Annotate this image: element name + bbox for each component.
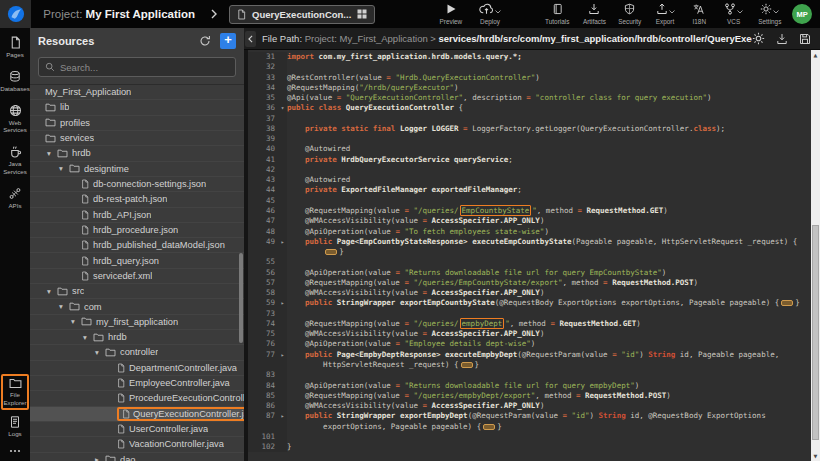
vcs-button[interactable]: VCS [716, 3, 751, 25]
app-logo[interactable] [0, 0, 31, 28]
book-icon [552, 3, 563, 15]
tree-item-label: profiles [60, 118, 90, 128]
search-input[interactable]: Search... [38, 57, 236, 77]
file-icon [81, 225, 89, 235]
globe-icon [9, 104, 22, 117]
grid-icon[interactable] [357, 9, 367, 19]
security-button[interactable]: Security [612, 3, 647, 25]
tree-item[interactable]: My_First_Application [30, 85, 244, 100]
tree-item[interactable]: ProcedureExecutionController.java [30, 391, 244, 406]
code-line: 35@Api(value = "QueryExecutionController… [248, 93, 811, 103]
line-number: 57 [248, 278, 278, 288]
file-icon [81, 194, 89, 204]
artifacts-button[interactable]: Artifacts [577, 3, 612, 25]
sidebar-item-file-explorer[interactable]: File Explorer [1, 374, 29, 411]
collapse-panel-button[interactable] [245, 31, 256, 47]
tree-item[interactable]: hrdb_published_dataModel.json [30, 238, 244, 253]
editor-scrollbar[interactable]: ▲ ▼ [811, 50, 820, 461]
tree-item-label: db-connection-settings.json [93, 179, 206, 189]
fold-toggle-icon[interactable]: ▾ [278, 103, 287, 113]
chevron-down-icon[interactable]: ▾ [59, 164, 69, 173]
tree-item[interactable]: ▾designtime [30, 162, 244, 177]
tree-item[interactable]: services [30, 131, 244, 146]
editor-settings-gear-icon[interactable] [752, 32, 765, 45]
folded-code-icon[interactable] [461, 362, 473, 368]
tree-item[interactable]: ▾com [30, 299, 244, 314]
tree-item[interactable]: UserController.java [30, 422, 244, 437]
user-avatar[interactable]: MP [792, 4, 812, 24]
chevron-down-icon[interactable]: ▾ [71, 317, 81, 326]
download-file-icon[interactable] [776, 33, 788, 45]
export-button[interactable]: Export [647, 3, 682, 25]
tree-item[interactable]: VacationController.java [30, 437, 244, 452]
save-file-icon[interactable] [799, 33, 811, 45]
tree-item[interactable]: ▾hrdb [30, 330, 244, 345]
fold-spacer [278, 247, 287, 257]
tree-item[interactable]: ▾hrdb [30, 146, 244, 161]
cloud-upload-icon [479, 3, 494, 15]
sidebar-item-pages[interactable]: Pages [1, 36, 29, 59]
add-resource-button[interactable]: + [220, 33, 236, 49]
fold-toggle-icon[interactable]: ▸ [278, 298, 287, 308]
scroll-up-arrow[interactable]: ▲ [811, 50, 820, 60]
chevron-down-icon[interactable]: ▾ [83, 333, 93, 342]
panel-divider[interactable] [244, 28, 248, 461]
tree-item[interactable]: hrdb_API.json [30, 208, 244, 223]
sidebar-item-web-services[interactable]: Web Services [1, 104, 29, 135]
folded-code-icon[interactable] [781, 300, 793, 306]
fold-toggle-icon[interactable]: ▸ [278, 350, 287, 360]
fold-spacer [278, 422, 287, 432]
fold-toggle-icon[interactable]: ▸ [278, 237, 287, 247]
folded-code-icon[interactable] [483, 424, 495, 430]
tree-item[interactable]: db-connection-settings.json [30, 177, 244, 192]
open-file-tab[interactable]: QueryExecutionCon... [229, 5, 375, 24]
fold-spacer [278, 391, 287, 401]
code-line: 37 [248, 114, 811, 124]
scroll-down-arrow[interactable]: ▼ [811, 451, 820, 461]
tree-item-label: DepartmentController.java [129, 363, 237, 373]
line-number: 42 [248, 165, 278, 175]
chevron-down-icon[interactable]: ▾ [59, 302, 69, 311]
sidebar-item-databases[interactable]: Databases [1, 70, 29, 93]
folded-code-icon[interactable] [325, 249, 337, 255]
sidebar-item-java-services[interactable]: Java Services [1, 145, 29, 176]
tree-item[interactable]: db-rest-patch.json [30, 192, 244, 207]
chevron-down-icon[interactable]: ▾ [47, 287, 57, 296]
tree-item[interactable]: EmployeeController.java [30, 376, 244, 391]
chevron-down-icon[interactable]: ▾ [47, 149, 57, 158]
sidebar-item-apis[interactable]: APIs [1, 187, 29, 210]
line-number: 47 [248, 216, 278, 226]
deploy-button[interactable]: Deploy [470, 3, 509, 25]
tree-item[interactable]: QueryExecutionController.java [30, 407, 244, 422]
tree-item-label: controller [120, 347, 158, 357]
code-editor[interactable]: 31import com.my_first_application.hrdb.m… [248, 50, 820, 461]
preview-button[interactable]: Preview [431, 3, 470, 25]
pages-icon [10, 36, 21, 49]
tree-item[interactable]: hrdb_procedure.json [30, 223, 244, 238]
sidebar-item-logs[interactable]: Logs [1, 416, 29, 438]
refresh-icon[interactable] [199, 35, 211, 47]
tree-item[interactable]: lib [30, 100, 244, 115]
chevron-down-icon[interactable]: ▾ [95, 348, 105, 357]
tree-item[interactable]: ▸dao [30, 453, 244, 461]
fold-spacer [278, 309, 287, 319]
code-line: 73 [248, 309, 811, 319]
tree-item[interactable]: ▾my_first_application [30, 315, 244, 330]
tutorials-button[interactable]: Tutorials [538, 3, 577, 25]
tree-item[interactable]: ▾src [30, 284, 244, 299]
settings-button[interactable]: Settings [751, 3, 788, 25]
tree-item[interactable]: hrdb_query.json [30, 253, 244, 268]
tree-item[interactable]: ▾controller [30, 345, 244, 360]
i18n-button[interactable]: I18N [683, 3, 716, 25]
tree-item[interactable]: DepartmentController.java [30, 361, 244, 376]
fold-toggle-icon[interactable]: ▸ [278, 411, 287, 421]
file-icon [117, 363, 125, 373]
panel-scrollbar[interactable] [239, 253, 243, 343]
more-options-button[interactable] [1, 449, 29, 453]
chevron-right-icon[interactable]: ▸ [95, 455, 105, 461]
tree-item[interactable]: profiles [30, 116, 244, 131]
line-number: 59 [248, 298, 278, 308]
coffee-icon [9, 145, 22, 158]
scrollbar-thumb[interactable] [812, 225, 819, 440]
tree-item[interactable]: servicedef.xml [30, 269, 244, 284]
